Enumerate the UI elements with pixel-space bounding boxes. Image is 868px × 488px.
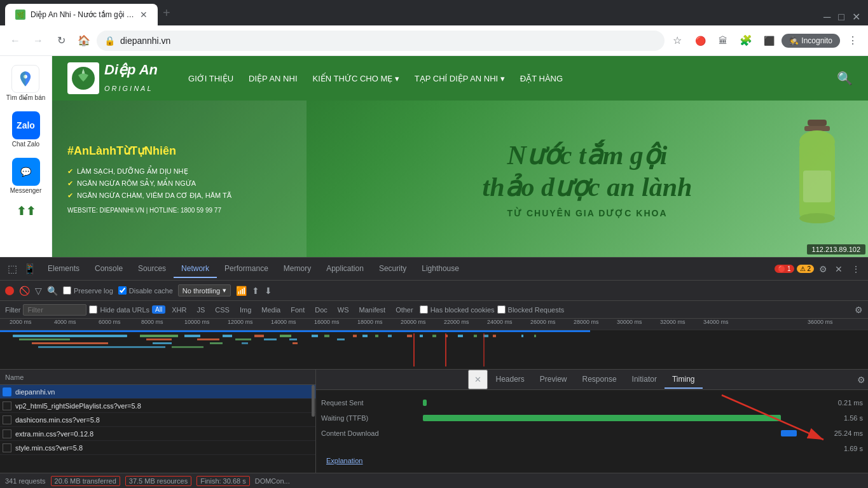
devtools-settings-right[interactable]: ⋮ [849, 261, 863, 277]
up-widget[interactable]: ⬆⬆ [13, 200, 39, 222]
zalo-icon: Zalo [12, 111, 40, 139]
address-bar[interactable]: 🔒 diepannhi.vn [97, 31, 665, 51]
filter-js[interactable]: JS [193, 305, 209, 315]
incognito-button[interactable]: 🕵 Incognito [782, 34, 840, 48]
details-settings-button[interactable]: ⚙ [855, 372, 868, 387]
zalo-widget[interactable]: Zalo Chat Zalo [8, 108, 44, 151]
tab-elements[interactable]: Elements [40, 260, 87, 278]
devtools-responsive-toggle[interactable]: 📱 [21, 260, 39, 277]
tab-console[interactable]: Console [87, 260, 130, 278]
ttfb-value: 1.56 s [812, 414, 863, 422]
site-header: Diệp AnORIGINAL GIỚI THIỆU DIỆP AN NHI K… [52, 56, 868, 101]
nav-link-1[interactable]: GIỚI THIỆU [188, 74, 233, 83]
tab-bar: 🌿 Diệp An Nhi - Nước tắm gội thả... ✕ + … [0, 0, 868, 25]
network-item-3[interactable]: dashicons.min.css?ver=5.8 [0, 413, 315, 427]
network-item-4[interactable]: extra.min.css?ver=0.12.8 [0, 427, 315, 441]
details-tab-headers[interactable]: Headers [488, 371, 532, 389]
messenger-widget[interactable]: 💬 Messenger [6, 154, 45, 198]
close-button[interactable]: ✕ [850, 8, 863, 25]
details-tab-timing[interactable]: Timing [665, 371, 703, 389]
filter-other[interactable]: Other [392, 305, 417, 315]
nav-link-3[interactable]: KIẾN THỨC CHO MẸ ▾ [313, 74, 399, 83]
request-sent-value: 0.21 ms [812, 399, 863, 407]
network-item-5[interactable]: style.min.css?ver=5.8 [0, 441, 315, 455]
explanation-link[interactable]: Explanation [321, 454, 368, 467]
filter-media[interactable]: Media [258, 305, 284, 315]
filter-manifest[interactable]: Manifest [355, 305, 390, 315]
record-button[interactable] [5, 286, 14, 295]
extension2-button[interactable]: 🏛 [713, 31, 733, 51]
tab-memory[interactable]: Memory [276, 260, 319, 278]
network-item-2[interactable]: vp2_html5_rightSidePlaylist.css?ver=5.8 [0, 399, 315, 413]
back-button[interactable]: ← [5, 31, 25, 51]
home-button[interactable]: 🏠 [74, 31, 94, 51]
up-arrows-icon: ⬆⬆ [17, 204, 36, 218]
banner-feature-1: ✔ LÀM SẠCH, DƯỠNG ẨM DỊU NHẸ [67, 167, 291, 176]
filter-css[interactable]: CSS [211, 305, 233, 315]
requests-count: 341 requests [5, 477, 46, 485]
check-icon-2: ✔ [67, 179, 73, 188]
bookmark-button[interactable]: ☆ [667, 31, 687, 51]
tab-sources[interactable]: Sources [130, 260, 174, 278]
item-4-icon [3, 429, 11, 438]
name-column-header: Name [5, 373, 24, 381]
online-toggle[interactable]: 📶 [236, 286, 247, 296]
puzzle-button[interactable]: 🧩 [736, 31, 756, 51]
clear-button[interactable]: 🚫 [19, 286, 30, 296]
maps-widget[interactable]: Tìm điểm bán [3, 61, 50, 105]
export-button[interactable]: ⬇ [265, 286, 272, 296]
timeline-ruler: 2000 ms 4000 ms 6000 ms 8000 ms 10000 ms… [0, 319, 868, 330]
details-tab-response[interactable]: Response [575, 371, 624, 389]
devtools-element-picker[interactable]: ⬚ [5, 260, 20, 277]
nav-link-5[interactable]: ĐẶT HÀNG [520, 74, 563, 83]
item-2-icon [3, 401, 11, 410]
filter-font[interactable]: Font [287, 305, 308, 315]
has-blocked-cookies[interactable]: Has blocked cookies [420, 305, 495, 314]
filter-input[interactable] [23, 304, 86, 316]
settings-button[interactable]: ⚙ [816, 261, 830, 277]
tab-security[interactable]: Security [371, 260, 414, 278]
profile-button[interactable]: ⬛ [759, 31, 779, 51]
filter-img[interactable]: Img [236, 305, 255, 315]
total-bar-container [423, 443, 812, 454]
search-icon-header[interactable]: 🔍 [837, 71, 853, 86]
import-button[interactable]: ⬆ [252, 286, 259, 296]
website-sidebar: Tìm điểm bán Zalo Chat Zalo 💬 Messenger … [0, 56, 52, 257]
preserve-log-checkbox[interactable]: Preserve log [63, 286, 113, 295]
content-download-value: 25.24 ms [812, 429, 863, 437]
filter-ws[interactable]: WS [334, 305, 353, 315]
logo-icon [67, 62, 99, 94]
network-filter-bar: 🚫 ▽ 🔍 Preserve log Disable cache No thro… [0, 281, 868, 301]
extension1-button[interactable]: 🔴 [690, 31, 710, 51]
details-tab-initiator[interactable]: Initiator [624, 371, 665, 389]
item-5-name: style.min.css?ver=5.8 [15, 444, 313, 452]
tab-performance[interactable]: Performance [217, 260, 276, 278]
tab-close-icon[interactable]: ✕ [140, 10, 148, 20]
nav-link-4[interactable]: TẠP CHÍ DIỆP AN NHI ▾ [415, 74, 505, 83]
new-tab-button[interactable]: + [158, 3, 176, 23]
nav-link-2[interactable]: DIỆP AN NHI [249, 74, 297, 83]
throttle-selector[interactable]: No throttling ▾ [178, 284, 231, 296]
network-item-1[interactable]: diepannhi.vn [0, 385, 315, 399]
settings-filter-button[interactable]: ⚙ [855, 305, 863, 315]
tab-network[interactable]: Network [174, 260, 217, 278]
list-scrollbar[interactable] [312, 385, 315, 417]
filter-doc[interactable]: Doc [311, 305, 331, 315]
blocked-requests[interactable]: Blocked Requests [497, 305, 565, 314]
details-tab-preview[interactable]: Preview [532, 371, 575, 389]
search-network-button[interactable]: 🔍 [47, 286, 58, 296]
details-close-button[interactable]: ✕ [468, 370, 488, 389]
reload-button[interactable]: ↻ [51, 31, 71, 51]
forward-button[interactable]: → [28, 31, 48, 51]
menu-button[interactable]: ⋮ [843, 31, 863, 51]
filter-xhr[interactable]: XHR [168, 305, 190, 315]
maximize-button[interactable]: □ [836, 9, 847, 25]
tab-lighthouse[interactable]: Lighthouse [414, 260, 467, 278]
item-4-name: extra.min.css?ver=0.12.8 [15, 430, 313, 438]
minimize-button[interactable]: ─ [821, 9, 833, 25]
filter-button[interactable]: ▽ [35, 286, 42, 296]
devtools-close[interactable]: ✕ [832, 261, 845, 277]
disable-cache-checkbox[interactable]: Disable cache [118, 286, 173, 295]
tab-application[interactable]: Application [319, 260, 371, 278]
hide-data-urls[interactable]: Hide data URLs [89, 305, 149, 314]
